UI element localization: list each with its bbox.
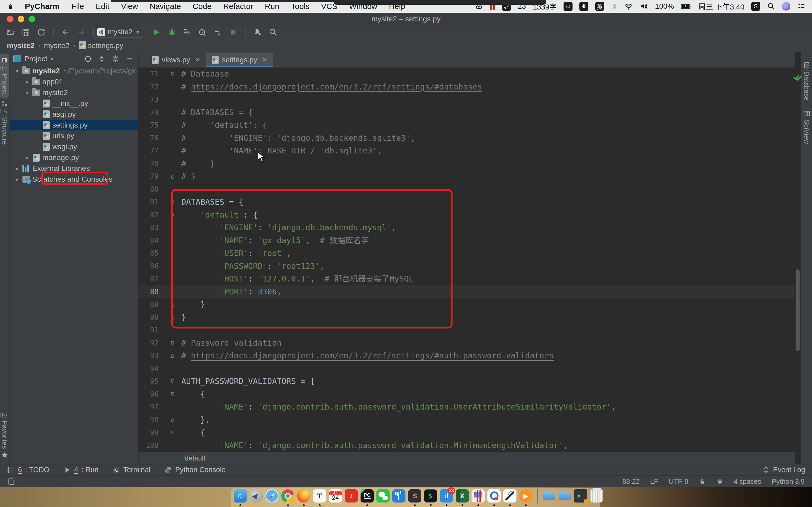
dock-app-wechat[interactable] — [376, 489, 390, 503]
siri-icon[interactable] — [782, 2, 790, 11]
dock-app-pycharm[interactable]: PC — [361, 489, 374, 503]
inspections-ok-icon[interactable] — [793, 73, 803, 81]
fold-marker-icon[interactable]: ⌂ — [171, 413, 174, 427]
volume-icon[interactable] — [640, 2, 648, 10]
breadcrumb-item[interactable]: settings.py — [79, 41, 123, 50]
tree-item-asgi-py[interactable]: asgi.py — [9, 109, 138, 120]
dock-app-trash[interactable] — [590, 489, 603, 503]
wifi-icon[interactable] — [624, 2, 633, 10]
dock-app-folder-documents[interactable] — [542, 489, 556, 503]
status-indent-style[interactable]: 4 spaces — [734, 477, 761, 486]
apple-menu-icon[interactable] — [6, 2, 13, 10]
dock-app-calendar[interactable]: 11月 24 — [329, 489, 342, 503]
code-line-101[interactable]: 101⌂ }, — [139, 452, 795, 452]
coverage-button[interactable] — [181, 27, 193, 38]
code-line-81[interactable]: 81⌂DATABASES = { — [139, 196, 795, 209]
dock-app-terminal[interactable]: $ — [424, 489, 437, 503]
code-line-72[interactable]: 72# https://docs.djangoproject.com/en/3.… — [139, 80, 795, 94]
save-button[interactable] — [20, 27, 32, 38]
code-line-91[interactable]: 91 — [139, 324, 795, 337]
search-button[interactable] — [267, 27, 279, 38]
menu-navigate[interactable]: Navigate — [150, 2, 181, 11]
debug-button[interactable] — [166, 27, 177, 38]
dock-app-netease-music[interactable]: ♪ — [345, 489, 358, 503]
menu-tools[interactable]: Tools — [291, 2, 309, 11]
fold-marker-icon[interactable]: ⌂ — [171, 388, 174, 401]
tree-item-settings-py[interactable]: settings.py — [9, 120, 138, 130]
lock-icon[interactable] — [699, 478, 706, 485]
menu-file[interactable]: File — [71, 2, 84, 11]
dock-app-folder-windows[interactable] — [558, 489, 571, 503]
fold-marker-icon[interactable]: ⌂ — [171, 311, 174, 324]
scrollbar-thumb[interactable] — [796, 269, 800, 351]
code-line-71[interactable]: 71⌂# Database — [139, 68, 795, 80]
stripe-button-structure[interactable]: 7: Structure — [0, 98, 9, 147]
tree-expand-icon[interactable]: ▾ — [13, 68, 21, 74]
rerun-button[interactable] — [212, 27, 223, 38]
fold-marker-icon[interactable]: ⌂ — [171, 426, 174, 439]
collapse-all-button[interactable] — [97, 54, 107, 64]
hector-icon[interactable] — [716, 478, 723, 485]
menubar-clock[interactable]: 周三 下午3:40 — [698, 1, 744, 12]
code-line-89[interactable]: 89⌂ } — [139, 298, 795, 311]
stop-button[interactable] — [227, 27, 239, 38]
toolwindow-button-run[interactable]: 4: Run — [63, 466, 99, 474]
tree-item-mysite2[interactable]: ▾ mysite2 ~/PycharmProjects/gx — [9, 65, 138, 76]
tree-expand-icon[interactable]: ▸ — [23, 79, 31, 85]
tree-item-app01[interactable]: ▸ app01 — [9, 76, 138, 87]
tree-item-mysite2[interactable]: ▾ mysite2 — [9, 87, 138, 98]
code-line-98[interactable]: 98⌂ }, — [139, 413, 795, 427]
dictation-mic-icon[interactable] — [579, 2, 589, 11]
toolwindow-button-todo[interactable]: 6: TODO — [7, 466, 49, 474]
zoom-window-button[interactable] — [29, 16, 35, 22]
panel-settings-button[interactable] — [110, 54, 121, 64]
status-line-separator[interactable]: LF — [650, 477, 658, 486]
code-line-74[interactable]: 74# DATABASES = { — [139, 106, 795, 119]
tree-item-manage-py[interactable]: ▸ manage.py — [9, 152, 138, 163]
fold-marker-icon[interactable]: ⌂ — [171, 196, 174, 209]
close-icon[interactable]: ✕ — [195, 56, 200, 64]
dock-app-launchpad[interactable] — [250, 489, 263, 503]
battery-icon[interactable] — [681, 2, 692, 10]
code-line-95[interactable]: 95⌂AUTH_PASSWORD_VALIDATORS = [ — [139, 375, 795, 388]
toolwindow-button-terminal[interactable]: Terminal — [112, 466, 150, 474]
tree-expand-icon[interactable]: ▸ — [13, 165, 21, 172]
dock-app-parallels[interactable] — [471, 489, 485, 503]
breadcrumb-item[interactable]: mysite2 — [7, 42, 34, 50]
code-line-80[interactable]: 80 — [139, 183, 795, 196]
fold-marker-icon[interactable]: ⌂ — [171, 298, 174, 311]
code-editor[interactable]: 71⌂# Database72# https://docs.djangoproj… — [139, 68, 795, 452]
menu-refactor[interactable]: Refactor — [223, 2, 253, 11]
sync-button[interactable] — [36, 27, 47, 38]
dock-app-dingtalk[interactable]: d 23 — [440, 489, 453, 503]
sogou-input-icon[interactable]: S — [751, 2, 760, 11]
fold-marker-icon[interactable]: ⌂ — [171, 337, 174, 350]
notification-center-icon[interactable] — [797, 2, 806, 10]
hide-panel-button[interactable] — [124, 54, 135, 64]
tree-expand-icon[interactable]: ▾ — [23, 90, 31, 96]
dock-app-keynote[interactable] — [392, 489, 405, 503]
wrench-button[interactable] — [252, 27, 263, 38]
code-line-78[interactable]: 78# } — [139, 157, 795, 170]
profiler-button[interactable] — [197, 27, 208, 38]
emoji-input-icon[interactable]: ☺ — [564, 2, 572, 11]
stripe-button-database[interactable]: Database — [802, 59, 811, 103]
dock-app-finder[interactable]: ☺ — [234, 489, 247, 503]
dock-app-pen[interactable] — [503, 489, 516, 503]
code-line-96[interactable]: 96⌂ { — [139, 388, 795, 401]
dock-app-rings[interactable] — [488, 489, 501, 503]
code-line-79[interactable]: 79⌂# } — [139, 170, 795, 183]
dock-app-typora[interactable]: T — [313, 489, 326, 503]
code-line-73[interactable]: 73 — [139, 93, 795, 106]
stripe-button-project[interactable]: 1: Project — [0, 54, 9, 98]
menu-pycharm[interactable]: PyCharm — [25, 2, 60, 11]
fold-marker-icon[interactable]: ⌂ — [171, 452, 174, 452]
code-line-94[interactable]: 94 — [139, 362, 795, 375]
toolwindow-button-python-console[interactable]: Python Console — [164, 466, 226, 474]
status-file-encoding[interactable]: UTF-8 — [669, 477, 688, 486]
minimize-window-button[interactable] — [18, 16, 24, 22]
toolwindow-button-event-log[interactable]: Event Log — [762, 466, 805, 474]
spotlight-search-icon[interactable] — [767, 2, 775, 10]
code-line-84[interactable]: 84 'NAME': 'gx_day15', # 数据库名字 — [139, 234, 795, 247]
dock-app-sublime-text[interactable]: S — [408, 489, 421, 503]
